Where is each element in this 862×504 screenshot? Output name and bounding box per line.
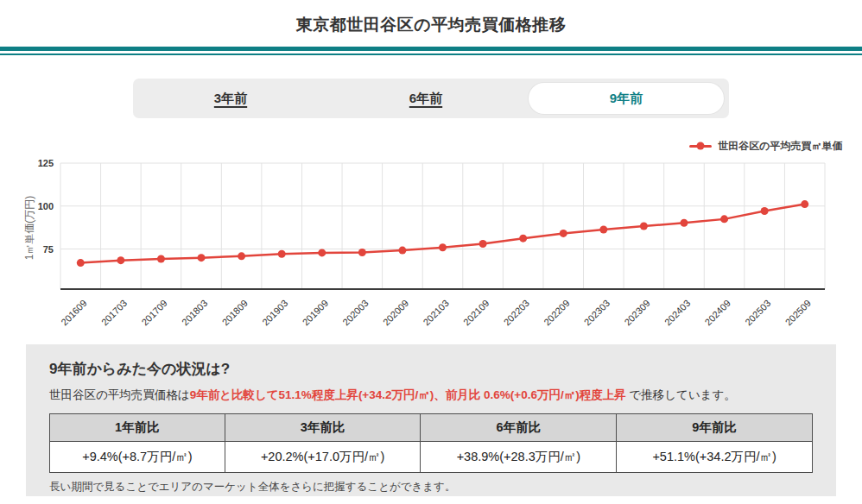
svg-text:202009: 202009: [381, 298, 410, 327]
legend-label: 世田谷区の平均売買㎡単価: [718, 139, 842, 154]
tab-3years-label: 3年前: [214, 91, 247, 107]
comparison-table-value-row: +9.4%(+8.7万円/㎡) +20.2%(+17.0万円/㎡) +38.9%…: [50, 442, 813, 473]
value-1y: +9.4%(+8.7万円/㎡): [50, 442, 225, 473]
tab-6years-label: 6年前: [409, 91, 442, 107]
page-title: 東京都世田谷区の平均売買価格推移: [0, 14, 862, 36]
svg-text:202409: 202409: [703, 298, 732, 327]
svg-text:201703: 201703: [99, 298, 129, 327]
tab-9years-label: 9年前: [610, 91, 643, 107]
col-header-1y: 1年前比: [50, 414, 225, 442]
tab-9years[interactable]: 9年前: [529, 83, 724, 114]
sentence-highlight: 9年前と比較して51.1%程度上昇(+34.2万円/㎡)、前月比 0.6%(+0…: [190, 388, 626, 401]
svg-text:100: 100: [38, 201, 54, 211]
tab-6years[interactable]: 6年前: [328, 79, 523, 118]
svg-text:202309: 202309: [622, 298, 651, 327]
legend-item-setagaya[interactable]: 世田谷区の平均売買㎡単価: [689, 139, 842, 154]
svg-text:202109: 202109: [461, 298, 491, 327]
summary-note: 長い期間で見ることでエリアのマーケット全体をさらに把握することができます。: [49, 480, 813, 495]
svg-text:202003: 202003: [340, 298, 370, 327]
svg-text:202103: 202103: [421, 298, 450, 327]
period-tabs: 3年前 6年前 9年前: [133, 79, 729, 118]
value-6y: +38.9%(+28.3万円/㎡): [421, 442, 617, 473]
chart-legend: 世田谷区の平均売買㎡単価: [20, 139, 843, 153]
svg-text:201809: 201809: [220, 298, 250, 327]
summary-panel: 9年前からみた今の状況は? 世田谷区の平均売買価格は9年前と比較して51.1%程…: [26, 344, 836, 496]
svg-text:201709: 201709: [139, 298, 168, 327]
col-header-9y: 9年前比: [617, 414, 813, 442]
svg-text:202509: 202509: [783, 298, 813, 327]
svg-text:201609: 201609: [59, 298, 88, 327]
svg-text:202303: 202303: [582, 298, 612, 327]
svg-text:125: 125: [38, 158, 54, 168]
summary-sentence: 世田谷区の平均売買価格は9年前と比較して51.1%程度上昇(+34.2万円/㎡)…: [49, 387, 813, 403]
svg-text:201803: 201803: [180, 298, 209, 327]
value-3y: +20.2%(+17.0万円/㎡): [225, 442, 421, 473]
tab-3years[interactable]: 3年前: [133, 79, 328, 118]
price-chart: 751001251㎡単価(万円)201609201703201709201803…: [0, 153, 862, 338]
value-9y: +51.1%(+34.2万円/㎡): [617, 442, 813, 473]
page-header: 東京都世田谷区の平均売買価格推移: [0, 0, 862, 55]
chart-area: 751001251㎡単価(万円)201609201703201709201803…: [0, 153, 862, 338]
comparison-table: 1年前比 3年前比 6年前比 9年前比 +9.4%(+8.7万円/㎡) +20.…: [49, 413, 813, 473]
svg-text:1㎡単価(万円): 1㎡単価(万円): [23, 196, 35, 261]
comparison-table-header-row: 1年前比 3年前比 6年前比 9年前比: [50, 414, 813, 442]
svg-text:202503: 202503: [743, 298, 772, 327]
sentence-prefix: 世田谷区の平均売買価格は: [49, 388, 190, 401]
svg-text:201909: 201909: [301, 298, 330, 327]
col-header-6y: 6年前比: [421, 414, 617, 442]
svg-text:202203: 202203: [502, 298, 531, 327]
sentence-suffix: で推移しています。: [626, 388, 736, 401]
line-dot-marker-icon: [689, 145, 712, 148]
summary-heading: 9年前からみた今の状況は?: [49, 359, 813, 379]
header-divider-thick: [0, 47, 862, 51]
svg-text:202403: 202403: [662, 298, 692, 327]
svg-text:201903: 201903: [260, 298, 289, 327]
svg-text:202209: 202209: [542, 298, 571, 327]
svg-text:75: 75: [43, 244, 54, 255]
col-header-3y: 3年前比: [225, 414, 421, 442]
header-divider-thin: [0, 54, 862, 55]
